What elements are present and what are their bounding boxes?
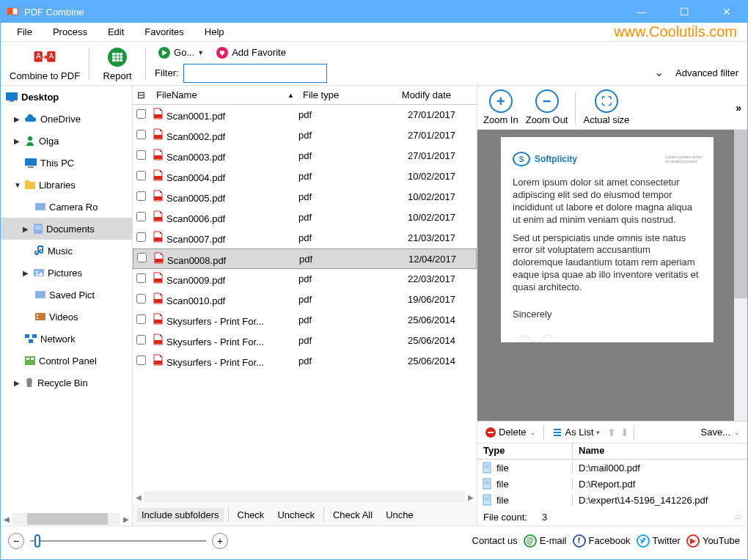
scroll-right-icon[interactable]: ▶: [120, 515, 132, 523]
file-checkbox[interactable]: [136, 191, 146, 201]
expand-icon[interactable]: ▶: [23, 225, 30, 233]
queue-row[interactable]: fileD:\mail000.pdf: [477, 460, 747, 476]
uncheck-button[interactable]: Uncheck: [273, 508, 319, 522]
queue-row[interactable]: fileD:\expert\14-5196_141226.pdf: [477, 492, 747, 508]
youtube-link[interactable]: ▶YouTube: [686, 534, 740, 548]
file-checkbox[interactable]: [136, 335, 146, 345]
zoom-slider-track[interactable]: [30, 540, 206, 542]
as-list-button[interactable]: As List▾: [549, 425, 603, 440]
add-favorite-button[interactable]: Add Favorite: [213, 45, 289, 61]
file-row[interactable]: Skysurfers - Print For...pdf25/06/2014: [133, 310, 477, 331]
save-button[interactable]: Save...⌄: [698, 425, 743, 439]
brand-link[interactable]: www.Coolutils.com: [614, 23, 741, 40]
move-up-button[interactable]: ⬆: [607, 427, 616, 438]
maximize-button[interactable]: ☐: [670, 6, 699, 18]
file-checkbox[interactable]: [136, 232, 146, 242]
tree-desktop[interactable]: Desktop: [1, 86, 132, 108]
scrollbar-thumb[interactable]: [734, 130, 747, 298]
file-row[interactable]: Scan0005.pdfpdf10/02/2017: [133, 187, 477, 207]
check-button[interactable]: Check: [233, 508, 269, 522]
expand-icon[interactable]: ▶: [14, 137, 21, 145]
queue-row[interactable]: fileD:\Report.pdf: [477, 476, 747, 492]
tree-control-panel[interactable]: Control Panel: [1, 350, 132, 372]
filter-input[interactable]: [183, 64, 327, 83]
twitter-link[interactable]: Twitter: [637, 534, 681, 548]
header-filename[interactable]: FileName▲: [152, 89, 298, 100]
file-row[interactable]: Scan0009.pdfpdf22/03/2017: [133, 269, 477, 290]
file-checkbox[interactable]: [136, 314, 146, 324]
file-row[interactable]: Scan0010.pdfpdf19/06/2017: [133, 290, 477, 310]
tree-user-olga[interactable]: ▶Olga: [1, 130, 132, 152]
uncheck-all-button[interactable]: Unche: [381, 508, 418, 522]
scrollbar-thumb[interactable]: [27, 513, 108, 525]
file-row[interactable]: Scan0003.pdfpdf27/01/2017: [133, 146, 477, 166]
tree-saved-pictures[interactable]: Saved Pict: [1, 284, 132, 306]
file-checkbox[interactable]: [136, 294, 146, 303]
facebook-link[interactable]: fFacebook: [573, 534, 631, 548]
tree-hscrollbar[interactable]: ◀ ▶: [1, 512, 132, 526]
expand-icon[interactable]: ▶: [14, 379, 21, 387]
file-row[interactable]: Scan0002.pdfpdf27/01/2017: [133, 125, 477, 146]
file-checkbox[interactable]: [136, 109, 146, 119]
file-row[interactable]: Skysurfers - Print For...pdf25/06/2014: [133, 351, 477, 372]
filelist-hscrollbar[interactable]: ◀ ▶: [133, 490, 477, 504]
file-row[interactable]: Scan0006.pdfpdf10/02/2017: [133, 207, 477, 228]
queue-header-name[interactable]: Name: [573, 443, 747, 459]
include-subfolders-button[interactable]: Include subfolders: [137, 508, 224, 522]
menu-process[interactable]: Process: [43, 25, 98, 39]
zoom-in-small-button[interactable]: +: [212, 533, 228, 549]
tree-this-pc[interactable]: This PC: [1, 152, 132, 174]
scroll-left-icon[interactable]: ◀: [1, 515, 12, 523]
combine-to-pdf-button[interactable]: AA Combine to PDF: [7, 44, 83, 83]
go-button[interactable]: Go... ▼: [155, 45, 207, 61]
file-row[interactable]: Scan0008.pdfpdf12/04/2017: [133, 248, 477, 269]
scroll-left-icon[interactable]: ◀: [133, 493, 144, 501]
tree-libraries[interactable]: ▼Libraries: [1, 174, 132, 196]
file-row[interactable]: Scan0004.pdfpdf10/02/2017: [133, 166, 477, 187]
filter-combo[interactable]: [183, 64, 668, 83]
zoom-in-button[interactable]: +Zoom In: [483, 89, 518, 125]
resize-grip-icon[interactable]: .::: [733, 513, 741, 520]
tree-documents[interactable]: ▶Documents: [1, 218, 132, 240]
file-checkbox[interactable]: [136, 212, 146, 221]
header-modifydate[interactable]: Modify date: [369, 89, 455, 100]
file-checkbox[interactable]: [136, 171, 146, 180]
tree-pictures[interactable]: ▶Pictures: [1, 262, 132, 284]
close-button[interactable]: ✕: [712, 6, 741, 18]
check-all-button[interactable]: Check All: [329, 508, 377, 522]
menu-help[interactable]: Help: [194, 25, 235, 39]
tree-recycle-bin[interactable]: ▶Recycle Bin: [1, 372, 132, 394]
file-row[interactable]: Scan0001.pdfpdf27/01/2017: [133, 105, 477, 125]
header-checkbox-col[interactable]: ⊟: [133, 89, 152, 100]
file-row[interactable]: Scan0007.pdfpdf21/03/2017: [133, 228, 477, 248]
header-filetype[interactable]: File type: [298, 89, 369, 100]
preview-vscrollbar[interactable]: [734, 130, 747, 421]
queue-header-type[interactable]: Type: [477, 443, 573, 459]
file-checkbox[interactable]: [136, 130, 146, 139]
advanced-filter-link[interactable]: Advanced filter: [672, 67, 741, 78]
collapse-icon[interactable]: ▼: [14, 181, 21, 189]
file-checkbox[interactable]: [137, 253, 147, 262]
scroll-right-icon[interactable]: ▶: [465, 493, 477, 501]
tree-music[interactable]: Music: [1, 240, 132, 262]
actual-size-button[interactable]: ⛶Actual size: [583, 89, 629, 125]
file-checkbox[interactable]: [136, 150, 146, 160]
menu-favorites[interactable]: Favorites: [134, 25, 194, 39]
tree-camera-roll[interactable]: Camera Ro: [1, 196, 132, 218]
report-button[interactable]: Report: [95, 44, 139, 83]
zoom-slider-thumb[interactable]: [34, 534, 40, 548]
more-tools-button[interactable]: »: [736, 102, 741, 114]
tree-network[interactable]: Network: [1, 328, 132, 350]
file-checkbox[interactable]: [136, 355, 146, 365]
file-row[interactable]: Skysurfers - Print For...pdf25/06/2014: [133, 331, 477, 351]
menu-edit[interactable]: Edit: [98, 25, 134, 39]
file-checkbox[interactable]: [136, 273, 146, 283]
menu-file[interactable]: File: [7, 25, 43, 39]
delete-button[interactable]: Delete⌄: [482, 425, 539, 440]
expand-icon[interactable]: ▶: [23, 269, 30, 277]
expand-icon[interactable]: ▶: [14, 115, 21, 123]
tree-onedrive[interactable]: ▶OneDrive: [1, 108, 132, 130]
tree-videos[interactable]: Videos: [1, 306, 132, 328]
move-down-button[interactable]: ⬇: [620, 427, 629, 438]
email-link[interactable]: @E-mail: [524, 534, 567, 548]
